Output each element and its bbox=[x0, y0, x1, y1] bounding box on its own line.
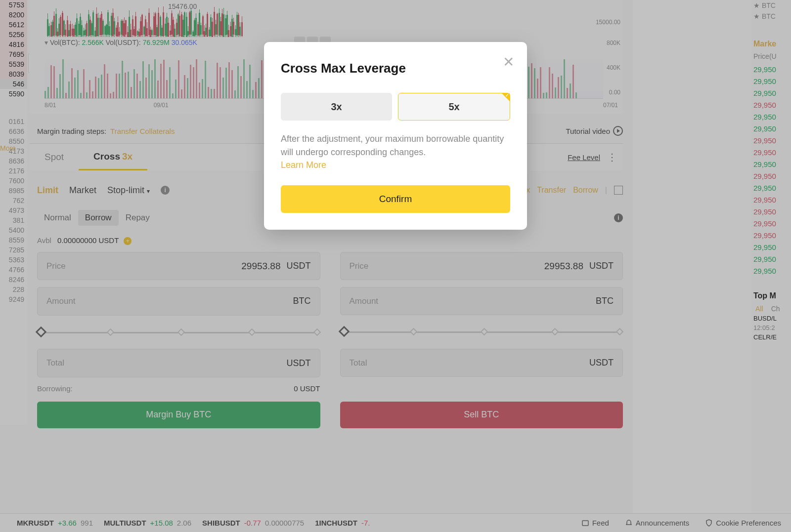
leverage-options: 3x 5x bbox=[281, 93, 510, 121]
leverage-option-5x[interactable]: 5x bbox=[398, 93, 510, 121]
modal-description: After the adjustment, your maximum borro… bbox=[281, 132, 510, 159]
leverage-option-3x[interactable]: 3x bbox=[281, 93, 392, 121]
learn-more-link[interactable]: Learn More bbox=[281, 160, 326, 170]
modal-title: Cross Max Leverage bbox=[281, 61, 510, 76]
leverage-modal: Cross Max Leverage ✕ 3x 5x After the adj… bbox=[264, 42, 527, 230]
confirm-button[interactable]: Confirm bbox=[281, 185, 510, 213]
modal-overlay[interactable]: Cross Max Leverage ✕ 3x 5x After the adj… bbox=[0, 0, 791, 532]
close-icon[interactable]: ✕ bbox=[503, 54, 514, 70]
